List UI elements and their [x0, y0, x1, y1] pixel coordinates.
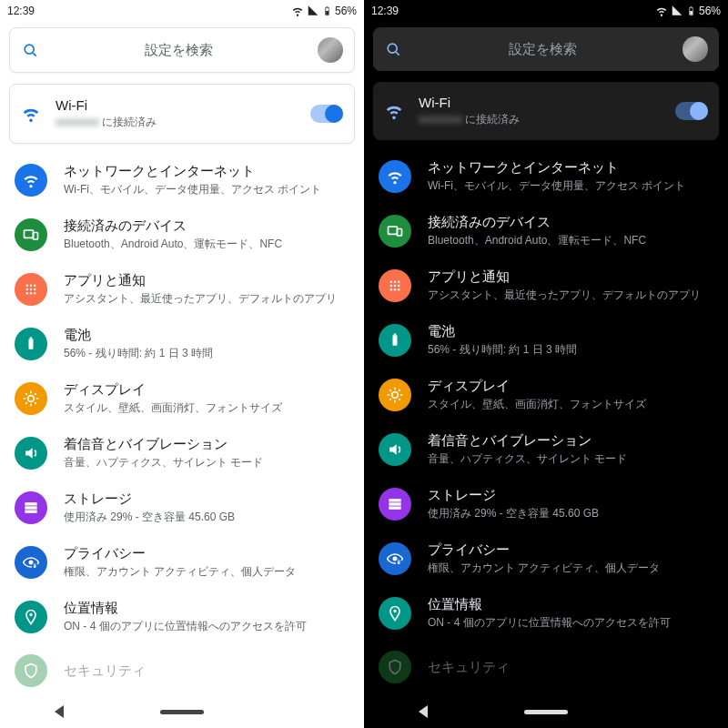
settings-item-security[interactable]: セキュリティ: [0, 644, 364, 697]
devices-icon: [379, 215, 411, 248]
item-title: ディスプレイ: [428, 378, 713, 395]
status-icons: 56%: [291, 5, 357, 17]
settings-item-privacy[interactable]: プライバシー権限、アカウント アクティビティ、個人データ: [364, 531, 728, 586]
settings-item-battery[interactable]: 電池56% - 残り時間: 約 1 日 3 時間: [0, 317, 364, 371]
item-title: ネットワークとインターネット: [428, 159, 713, 177]
settings-item-sound[interactable]: 着信音とバイブレーション音量、ハプティクス、サイレント モード: [0, 426, 364, 480]
item-subtitle: アシスタント、最近使ったアプリ、デフォルトのアプリ: [64, 291, 349, 307]
settings-item-storage[interactable]: ストレージ使用済み 29% - 空き容量 45.60 GB: [0, 480, 364, 535]
wifi-title: Wi-Fi: [56, 97, 296, 113]
status-time: 12:39: [7, 5, 35, 17]
settings-item-sound[interactable]: 着信音とバイブレーション音量、ハプティクス、サイレント モード: [364, 422, 728, 477]
settings-item-location[interactable]: 位置情報ON - 4 個のアプリに位置情報へのアクセスを許可: [364, 586, 728, 641]
sound-icon: [379, 433, 411, 466]
settings-item-display[interactable]: ディスプレイスタイル、壁紙、画面消灯、フォントサイズ: [0, 371, 364, 426]
apps-icon: [379, 269, 411, 302]
location-icon: [15, 601, 47, 633]
item-title: 着信音とバイブレーション: [428, 432, 713, 450]
avatar[interactable]: [318, 37, 343, 63]
wifi-icon: [379, 160, 411, 193]
item-title: 位置情報: [428, 596, 713, 613]
item-subtitle: 音量、ハプティクス、サイレント モード: [428, 451, 713, 467]
settings-item-devices[interactable]: 接続済みのデバイスBluetooth、Android Auto、運転モード、NF…: [364, 204, 728, 258]
nav-back-icon[interactable]: [55, 705, 64, 718]
settings-item-battery[interactable]: 電池56% - 残り時間: 約 1 日 3 時間: [364, 313, 728, 368]
settings-item-wifi[interactable]: ネットワークとインターネットWi-Fi、モバイル、データ使用量、アクセス ポイン…: [0, 153, 364, 207]
wifi-card[interactable]: Wi-Fi xxxxxxxx に接続済み: [373, 82, 719, 140]
item-subtitle: スタイル、壁紙、画面消灯、フォントサイズ: [428, 397, 713, 412]
search-bar[interactable]: 設定を検索: [373, 27, 719, 71]
settings-item-privacy[interactable]: プライバシー権限、アカウント アクティビティ、個人データ: [0, 535, 364, 590]
item-title: アプリと通知: [64, 272, 349, 289]
battery-icon: [379, 324, 411, 357]
item-title: アプリと通知: [428, 268, 713, 286]
item-title: 着信音とバイブレーション: [64, 436, 349, 453]
status-time: 12:39: [371, 5, 399, 17]
item-title: 接続済みのデバイス: [64, 217, 349, 235]
settings-list-light: ネットワークとインターネットWi-Fi、モバイル、データ使用量、アクセス ポイン…: [0, 153, 364, 728]
wifi-title: Wi-Fi: [419, 95, 661, 110]
item-title: ストレージ: [428, 487, 713, 504]
wifi-status-icon: [655, 5, 668, 17]
wifi-icon: [21, 104, 41, 124]
signal-icon: [307, 5, 319, 17]
item-title: 位置情報: [64, 600, 349, 617]
devices-icon: [15, 218, 47, 251]
item-subtitle: 音量、ハプティクス、サイレント モード: [64, 455, 349, 470]
item-title: 接続済みのデバイス: [428, 214, 713, 231]
settings-item-display[interactable]: ディスプレイスタイル、壁紙、画面消灯、フォントサイズ: [364, 368, 728, 422]
apps-icon: [15, 273, 47, 306]
item-title: プライバシー: [64, 545, 349, 562]
settings-item-apps[interactable]: アプリと通知アシスタント、最近使ったアプリ、デフォルトのアプリ: [364, 258, 728, 313]
search-placeholder: 設定を検索: [50, 42, 307, 59]
battery-percent: 56%: [699, 5, 721, 17]
wifi-subtitle: xxxxxxxx に接続済み: [56, 115, 296, 130]
avatar[interactable]: [682, 36, 708, 62]
location-icon: [379, 597, 411, 630]
item-title: プライバシー: [428, 541, 713, 559]
battery-percent: 56%: [335, 5, 357, 17]
nav-back-icon[interactable]: [419, 705, 428, 718]
settings-item-wifi[interactable]: ネットワークとインターネットWi-Fi、モバイル、データ使用量、アクセス ポイン…: [364, 149, 728, 204]
signal-icon: [671, 5, 683, 17]
settings-item-storage[interactable]: ストレージ使用済み 29% - 空き容量 45.60 GB: [364, 477, 728, 531]
nav-bar: [0, 695, 364, 728]
battery-icon: [15, 328, 47, 360]
security-icon: [379, 651, 411, 683]
status-icons: 56%: [655, 5, 721, 17]
item-title: ストレージ: [64, 490, 349, 508]
display-icon: [379, 379, 411, 411]
search-icon: [21, 41, 39, 59]
wifi-toggle[interactable]: [310, 105, 343, 123]
settings-item-apps[interactable]: アプリと通知アシスタント、最近使ったアプリ、デフォルトのアプリ: [0, 262, 364, 317]
status-bar: 12:39 56%: [0, 0, 364, 22]
item-title: セキュリティ: [64, 662, 349, 680]
item-title: 電池: [64, 327, 349, 344]
storage-icon: [15, 491, 47, 524]
nav-home-icon[interactable]: [524, 710, 568, 714]
wifi-card[interactable]: Wi-Fi xxxxxxxx に接続済み: [9, 84, 355, 144]
item-title: 電池: [428, 323, 713, 340]
wifi-toggle[interactable]: [675, 102, 708, 120]
storage-icon: [379, 488, 411, 521]
item-title: ネットワークとインターネット: [64, 163, 349, 180]
wifi-subtitle: xxxxxxxx に接続済み: [419, 112, 661, 127]
item-subtitle: スタイル、壁紙、画面消灯、フォントサイズ: [64, 400, 349, 416]
nav-home-icon[interactable]: [160, 710, 204, 714]
settings-item-devices[interactable]: 接続済みのデバイスBluetooth、Android Auto、運転モード、NF…: [0, 207, 364, 262]
privacy-icon: [15, 546, 47, 579]
search-placeholder: 設定を検索: [413, 41, 672, 58]
security-icon: [15, 654, 47, 687]
settings-item-location[interactable]: 位置情報ON - 4 個のアプリに位置情報へのアクセスを許可: [0, 590, 364, 644]
nav-bar: [364, 695, 728, 728]
item-subtitle: Wi-Fi、モバイル、データ使用量、アクセス ポイント: [64, 182, 349, 197]
item-subtitle: 56% - 残り時間: 約 1 日 3 時間: [64, 346, 349, 361]
item-title: ディスプレイ: [64, 381, 349, 399]
search-bar[interactable]: 設定を検索: [9, 27, 355, 73]
settings-item-security[interactable]: セキュリティ: [364, 641, 728, 693]
wifi-icon: [384, 101, 404, 121]
item-subtitle: 権限、アカウント アクティビティ、個人データ: [64, 564, 349, 580]
wifi-icon: [15, 164, 47, 197]
sound-icon: [15, 437, 47, 470]
item-subtitle: Wi-Fi、モバイル、データ使用量、アクセス ポイント: [428, 178, 713, 194]
